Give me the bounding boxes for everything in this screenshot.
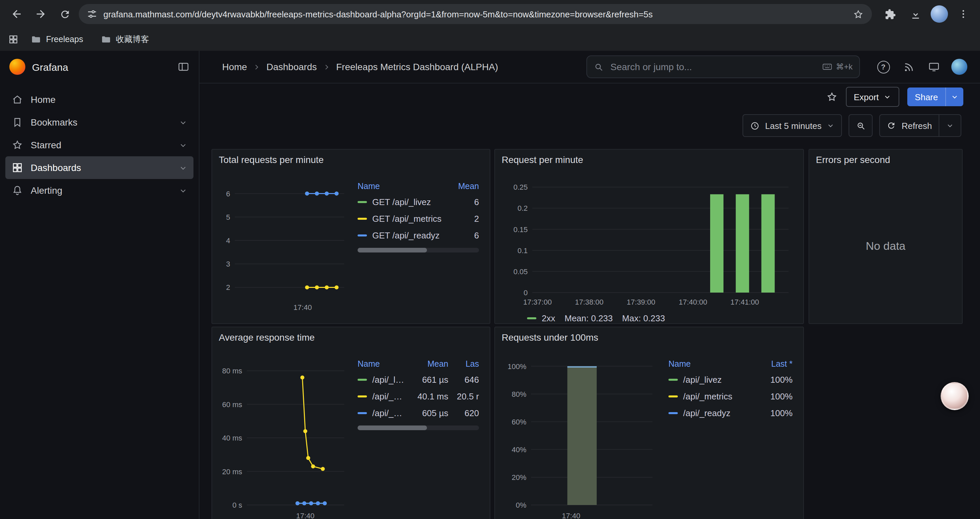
legend-col-last[interactable]: Last * bbox=[763, 359, 792, 369]
sidebar-toggle-button[interactable] bbox=[177, 61, 189, 73]
legend-col-name[interactable]: Name bbox=[358, 182, 444, 191]
sidebar-item-starred[interactable]: Starred bbox=[5, 134, 194, 156]
browser-window: grafana.mathmast.com/d/deytv4rwavabkb/fr… bbox=[0, 0, 980, 519]
legend-col-last[interactable]: Las bbox=[453, 359, 479, 369]
sidebar-item-label: Alerting bbox=[31, 185, 62, 196]
sidebar-item-bookmarks[interactable]: Bookmarks bbox=[5, 111, 194, 134]
grafana-logo[interactable] bbox=[10, 59, 25, 75]
series-name[interactable]: GET /api/_livez bbox=[372, 197, 444, 207]
legend-row[interactable]: /api/_readyz 100% bbox=[666, 405, 795, 422]
url-text: grafana.mathmast.com/d/deytv4rwavabkb/fr… bbox=[103, 9, 846, 19]
downloads-button[interactable] bbox=[905, 4, 925, 24]
bell-icon bbox=[11, 184, 23, 196]
puzzle-icon bbox=[884, 8, 896, 20]
bookmark-folder-label: Freeleaps bbox=[46, 35, 83, 44]
export-button[interactable]: Export bbox=[846, 87, 899, 107]
share-menu-button[interactable] bbox=[945, 88, 963, 106]
rss-icon bbox=[903, 61, 914, 72]
breadcrumb-current: Freeleaps Metrics Dashboard (ALPHA) bbox=[336, 61, 498, 72]
floating-assistant-avatar[interactable] bbox=[941, 382, 969, 410]
chevron-down-icon bbox=[884, 93, 892, 101]
reload-button[interactable] bbox=[55, 4, 75, 24]
svg-text:20 ms: 20 ms bbox=[222, 468, 242, 476]
bookmark-folder-blogs[interactable]: 收藏博客 bbox=[95, 32, 154, 47]
series-name[interactable]: /api/_metrics bbox=[683, 391, 758, 401]
refresh-label[interactable]: Refresh bbox=[902, 121, 932, 131]
svg-text:17:40: 17:40 bbox=[294, 303, 312, 311]
kebab-menu-icon bbox=[958, 9, 969, 19]
legend-row[interactable]: /api/_readyz 605 µs 620 bbox=[355, 405, 482, 422]
timeseries-chart[interactable]: 80 ms60 ms40 ms20 ms0 s17:40 bbox=[218, 351, 348, 519]
series-name[interactable]: /api/_readyz bbox=[372, 408, 404, 418]
zoom-out-button[interactable] bbox=[849, 114, 873, 137]
star-icon bbox=[826, 91, 838, 103]
help-button[interactable]: ? bbox=[872, 56, 895, 78]
grafana-header: Home Dashboards Freeleaps Metrics Dashbo… bbox=[199, 51, 980, 83]
refresh-interval-menu[interactable] bbox=[946, 121, 954, 129]
sidebar-item-home[interactable]: Home bbox=[5, 88, 194, 111]
series-name[interactable]: GET /api/_readyz bbox=[372, 230, 444, 241]
series-last: 100% bbox=[763, 375, 792, 385]
series-name[interactable]: GET /api/_metrics bbox=[372, 214, 444, 224]
svg-text:0.05: 0.05 bbox=[513, 268, 528, 276]
series-name[interactable]: /api/_livez bbox=[372, 375, 404, 385]
refresh-icon[interactable] bbox=[887, 121, 896, 130]
bookmark-folder-freeleaps[interactable]: Freeleaps bbox=[25, 32, 88, 47]
legend-col-name[interactable]: Name bbox=[668, 359, 758, 369]
back-button[interactable] bbox=[7, 4, 27, 24]
panel-title[interactable]: Average response time bbox=[212, 327, 490, 347]
legend-row[interactable]: GET /api/_readyz 6 bbox=[355, 227, 482, 244]
legend-scrollbar[interactable] bbox=[358, 248, 479, 252]
svg-text:0%: 0% bbox=[516, 501, 527, 509]
panel-title[interactable]: Request per minute bbox=[495, 150, 803, 170]
panel-title[interactable]: Errors per second bbox=[809, 150, 962, 170]
timeseries-chart[interactable]: 6543217:40 bbox=[218, 174, 348, 315]
legend-row[interactable]: GET /api/_metrics 2 bbox=[355, 211, 482, 227]
user-profile-button[interactable] bbox=[948, 56, 970, 78]
bar-chart[interactable]: 100%80%60%40%20%0%17:40 bbox=[500, 351, 659, 519]
legend-col-mean[interactable]: Mean bbox=[450, 182, 479, 191]
browser-profile-avatar[interactable] bbox=[931, 5, 948, 23]
series-name[interactable]: /api/_metrics bbox=[372, 391, 404, 401]
svg-text:80 ms: 80 ms bbox=[222, 367, 242, 375]
legend-row[interactable]: /api/_metrics 100% bbox=[666, 388, 795, 405]
panel-errors-per-second: Errors per second No data bbox=[808, 149, 963, 324]
sidebar-item-alerting[interactable]: Alerting bbox=[5, 179, 194, 202]
browser-menu-button[interactable] bbox=[953, 4, 973, 24]
kiosk-mode-button[interactable] bbox=[923, 56, 945, 78]
bar-chart[interactable]: 0.250.20.150.10.05017:37:0017:38:0017:39… bbox=[502, 172, 795, 310]
sidebar-header: Grafana bbox=[0, 51, 199, 83]
panel-title[interactable]: Total requests per minute bbox=[212, 150, 490, 170]
forward-button[interactable] bbox=[31, 4, 51, 24]
legend-row[interactable]: /api/_livez 100% bbox=[666, 371, 795, 388]
chevron-down-icon bbox=[951, 93, 959, 101]
series-mean: Mean: 0.233 bbox=[565, 313, 613, 323]
time-range-picker[interactable]: Last 5 minutes bbox=[743, 114, 842, 137]
legend-row[interactable]: /api/_metrics 40.1 ms 20.5 r bbox=[355, 388, 482, 405]
legend-row[interactable]: GET /api/_livez 6 bbox=[355, 194, 482, 211]
apps-grid-button[interactable] bbox=[8, 34, 19, 45]
breadcrumb-home[interactable]: Home bbox=[222, 61, 247, 72]
search-input[interactable] bbox=[609, 61, 816, 73]
legend-scrollbar[interactable] bbox=[358, 425, 479, 430]
series-name[interactable]: /api/_readyz bbox=[683, 408, 758, 418]
bookmark-star-icon[interactable] bbox=[853, 8, 864, 20]
svg-text:0.15: 0.15 bbox=[513, 225, 528, 234]
legend-row[interactable]: /api/_livez 661 µs 646 bbox=[355, 371, 482, 388]
search-box[interactable]: ⌘+k bbox=[586, 56, 860, 78]
breadcrumb-dashboards[interactable]: Dashboards bbox=[267, 61, 317, 72]
legend-col-name[interactable]: Name bbox=[358, 359, 404, 369]
series-name[interactable]: /api/_livez bbox=[683, 375, 758, 385]
series-color-dash bbox=[358, 412, 367, 414]
sidebar-item-dashboards[interactable]: Dashboards bbox=[5, 156, 194, 179]
news-button[interactable] bbox=[897, 56, 920, 78]
panel-title[interactable]: Requests under 100ms bbox=[495, 327, 803, 347]
url-bar[interactable]: grafana.mathmast.com/d/deytv4rwavabkb/fr… bbox=[79, 4, 872, 24]
series-color-dash bbox=[358, 235, 367, 236]
sidebar: Grafana Home Bookmarks Starred bbox=[0, 51, 199, 519]
favorite-dashboard-button[interactable] bbox=[826, 91, 838, 103]
legend-col-mean[interactable]: Mean bbox=[410, 359, 448, 369]
series-name[interactable]: 2xx bbox=[542, 313, 555, 323]
extensions-button[interactable] bbox=[880, 4, 900, 24]
share-button[interactable]: Share bbox=[908, 88, 945, 106]
